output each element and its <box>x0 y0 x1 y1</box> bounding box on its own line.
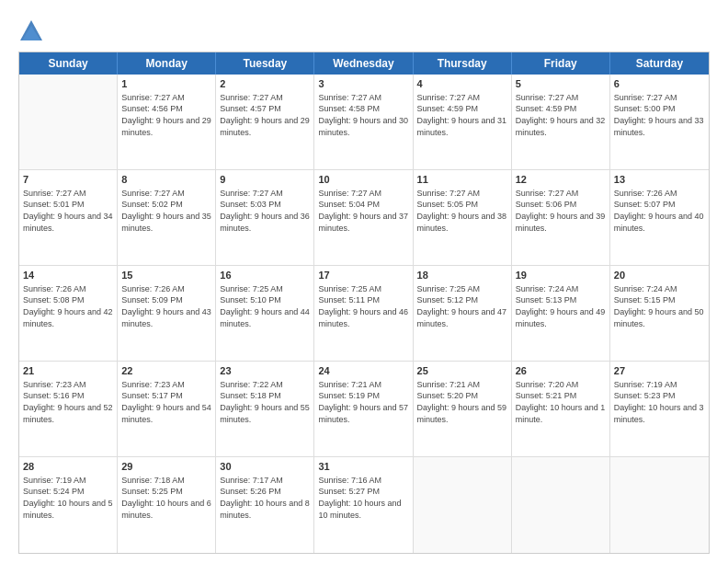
calendar-cell: 19Sunrise: 7:24 AMSunset: 5:13 PMDayligh… <box>512 266 610 361</box>
day-number: 16 <box>220 269 310 282</box>
sunset: Sunset: 4:58 PM <box>318 103 408 115</box>
sunset: Sunset: 5:21 PM <box>516 390 606 402</box>
day-number: 21 <box>23 364 113 378</box>
sunset: Sunset: 5:19 PM <box>318 390 408 402</box>
daylight: Daylight: 9 hours and 44 minutes. <box>220 306 310 329</box>
day-number: 12 <box>516 173 606 187</box>
sunset: Sunset: 5:00 PM <box>614 103 705 115</box>
day-number: 8 <box>121 173 211 187</box>
calendar-cell: 31Sunrise: 7:16 AMSunset: 5:27 PMDayligh… <box>314 457 413 553</box>
calendar-cell: 16Sunrise: 7:25 AMSunset: 5:10 PMDayligh… <box>216 266 314 361</box>
sunrise: Sunrise: 7:20 AM <box>516 379 606 391</box>
sunset: Sunset: 4:57 PM <box>220 103 310 115</box>
day-info: Sunrise: 7:23 AMSunset: 5:16 PMDaylight:… <box>23 379 113 425</box>
day-info: Sunrise: 7:16 AMSunset: 5:27 PMDaylight:… <box>318 475 408 521</box>
sunset: Sunset: 5:06 PM <box>516 199 606 211</box>
day-info: Sunrise: 7:27 AMSunset: 4:59 PMDaylight:… <box>417 92 507 138</box>
calendar-body: 1Sunrise: 7:27 AMSunset: 4:56 PMDaylight… <box>19 75 709 553</box>
sunset: Sunset: 5:15 PM <box>614 294 705 306</box>
sunset: Sunset: 5:04 PM <box>318 199 408 211</box>
daylight: Daylight: 10 hours and 10 minutes. <box>318 498 408 521</box>
calendar-cell: 8Sunrise: 7:27 AMSunset: 5:02 PMDaylight… <box>118 170 216 265</box>
sunrise: Sunrise: 7:25 AM <box>417 283 507 295</box>
day-info: Sunrise: 7:25 AMSunset: 5:12 PMDaylight:… <box>417 283 507 329</box>
calendar-cell: 25Sunrise: 7:21 AMSunset: 5:20 PMDayligh… <box>414 362 512 456</box>
day-info: Sunrise: 7:26 AMSunset: 5:08 PMDaylight:… <box>23 283 113 329</box>
calendar-cell: 14Sunrise: 7:26 AMSunset: 5:08 PMDayligh… <box>19 266 118 361</box>
day-number: 24 <box>318 364 408 378</box>
sunset: Sunset: 5:11 PM <box>318 294 408 306</box>
sunrise: Sunrise: 7:21 AM <box>318 379 408 391</box>
sunrise: Sunrise: 7:19 AM <box>23 475 113 487</box>
day-number: 6 <box>614 77 705 91</box>
sunset: Sunset: 5:05 PM <box>417 199 507 211</box>
daylight: Daylight: 9 hours and 43 minutes. <box>121 306 211 329</box>
day-number: 4 <box>417 77 507 91</box>
header <box>18 15 710 44</box>
sunset: Sunset: 5:16 PM <box>23 390 113 402</box>
sunset: Sunset: 5:12 PM <box>417 294 507 306</box>
sunrise: Sunrise: 7:25 AM <box>220 283 310 295</box>
daylight: Daylight: 10 hours and 3 minutes. <box>614 402 705 425</box>
sunset: Sunset: 5:13 PM <box>516 294 606 306</box>
sunrise: Sunrise: 7:27 AM <box>121 92 211 104</box>
header-day-saturday: Saturday <box>610 52 709 75</box>
calendar-cell: 4Sunrise: 7:27 AMSunset: 4:59 PMDaylight… <box>414 75 512 169</box>
daylight: Daylight: 9 hours and 40 minutes. <box>614 211 705 234</box>
logo-icon <box>18 18 44 44</box>
calendar-cell: 9Sunrise: 7:27 AMSunset: 5:03 PMDaylight… <box>216 170 314 265</box>
day-info: Sunrise: 7:26 AMSunset: 5:07 PMDaylight:… <box>614 188 705 234</box>
day-number: 10 <box>318 173 408 187</box>
sunset: Sunset: 4:59 PM <box>417 103 507 115</box>
daylight: Daylight: 9 hours and 46 minutes. <box>318 306 408 329</box>
page: SundayMondayTuesdayWednesdayThursdayFrid… <box>0 0 728 563</box>
sunrise: Sunrise: 7:24 AM <box>614 283 705 295</box>
sunrise: Sunrise: 7:27 AM <box>121 188 211 200</box>
day-info: Sunrise: 7:27 AMSunset: 4:58 PMDaylight:… <box>318 92 408 138</box>
day-number: 30 <box>220 460 310 474</box>
sunset: Sunset: 5:27 PM <box>318 486 408 498</box>
sunrise: Sunrise: 7:17 AM <box>220 475 310 487</box>
daylight: Daylight: 10 hours and 1 minute. <box>516 402 606 425</box>
day-info: Sunrise: 7:27 AMSunset: 5:03 PMDaylight:… <box>220 188 310 234</box>
daylight: Daylight: 9 hours and 32 minutes. <box>516 115 606 138</box>
calendar-cell: 23Sunrise: 7:22 AMSunset: 5:18 PMDayligh… <box>216 362 314 456</box>
calendar-cell: 18Sunrise: 7:25 AMSunset: 5:12 PMDayligh… <box>414 266 512 361</box>
daylight: Daylight: 9 hours and 55 minutes. <box>220 402 310 425</box>
day-info: Sunrise: 7:24 AMSunset: 5:13 PMDaylight:… <box>516 283 606 329</box>
sunset: Sunset: 5:02 PM <box>121 199 211 211</box>
day-info: Sunrise: 7:18 AMSunset: 5:25 PMDaylight:… <box>121 475 211 521</box>
calendar-cell: 28Sunrise: 7:19 AMSunset: 5:24 PMDayligh… <box>19 457 118 553</box>
daylight: Daylight: 9 hours and 39 minutes. <box>516 211 606 234</box>
day-info: Sunrise: 7:21 AMSunset: 5:20 PMDaylight:… <box>417 379 507 425</box>
sunset: Sunset: 5:07 PM <box>614 199 705 211</box>
sunset: Sunset: 4:56 PM <box>121 103 211 115</box>
daylight: Daylight: 9 hours and 36 minutes. <box>220 211 310 234</box>
daylight: Daylight: 9 hours and 33 minutes. <box>614 115 705 138</box>
sunset: Sunset: 5:03 PM <box>220 199 310 211</box>
sunrise: Sunrise: 7:23 AM <box>23 379 113 391</box>
day-number: 23 <box>220 364 310 378</box>
calendar-cell: 22Sunrise: 7:23 AMSunset: 5:17 PMDayligh… <box>118 362 216 456</box>
sunrise: Sunrise: 7:27 AM <box>516 188 606 200</box>
calendar: SundayMondayTuesdayWednesdayThursdayFrid… <box>18 52 710 554</box>
day-info: Sunrise: 7:22 AMSunset: 5:18 PMDaylight:… <box>220 379 310 425</box>
sunrise: Sunrise: 7:27 AM <box>220 188 310 200</box>
daylight: Daylight: 9 hours and 49 minutes. <box>516 306 606 329</box>
calendar-cell: 6Sunrise: 7:27 AMSunset: 5:00 PMDaylight… <box>610 75 709 169</box>
calendar-cell: 11Sunrise: 7:27 AMSunset: 5:05 PMDayligh… <box>414 170 512 265</box>
daylight: Daylight: 10 hours and 6 minutes. <box>121 498 211 521</box>
calendar-week-2: 7Sunrise: 7:27 AMSunset: 5:01 PMDaylight… <box>19 170 709 266</box>
calendar-cell <box>610 457 709 553</box>
calendar-cell: 24Sunrise: 7:21 AMSunset: 5:19 PMDayligh… <box>314 362 413 456</box>
day-number: 18 <box>417 269 507 282</box>
logo <box>18 18 48 44</box>
day-info: Sunrise: 7:23 AMSunset: 5:17 PMDaylight:… <box>121 379 211 425</box>
calendar-cell: 10Sunrise: 7:27 AMSunset: 5:04 PMDayligh… <box>314 170 413 265</box>
sunrise: Sunrise: 7:27 AM <box>220 92 310 104</box>
calendar-cell <box>512 457 610 553</box>
sunset: Sunset: 5:08 PM <box>23 294 113 306</box>
day-number: 13 <box>614 173 705 187</box>
sunrise: Sunrise: 7:22 AM <box>220 379 310 391</box>
calendar-cell: 27Sunrise: 7:19 AMSunset: 5:23 PMDayligh… <box>610 362 709 456</box>
